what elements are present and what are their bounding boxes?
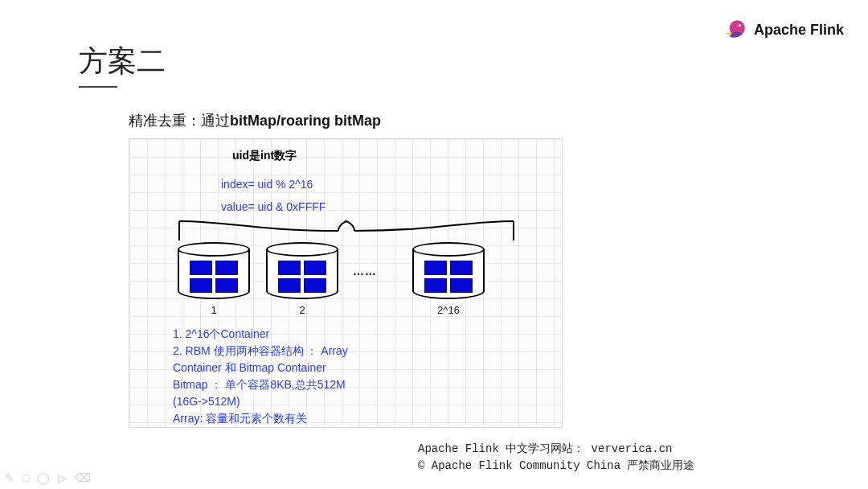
slide-title-block: 方案二: [79, 42, 166, 88]
pointer-icon[interactable]: ▷: [58, 471, 67, 484]
barrel-label-last: 2^16: [412, 304, 485, 316]
barrel-label-2: 2: [266, 304, 338, 316]
eraser-icon[interactable]: ⌫: [75, 471, 91, 484]
chip-icon: [190, 261, 212, 275]
note-line: 2. RBM 使用两种容器结构 ： Array: [173, 343, 518, 360]
title-underline: [79, 86, 117, 88]
chip-icon: [190, 278, 212, 293]
slide-title: 方案二: [79, 42, 166, 81]
note-line: Container 和 Bitmap Container: [173, 360, 518, 376]
chip-icon: [278, 278, 301, 293]
footer-line-1: Apache Flink 中文学习网站： ververica.cn: [418, 441, 694, 458]
value-formula: value= uid & 0xFFFF: [221, 200, 326, 213]
footer-line-2: © Apache Flink Community China 严禁商业用途: [418, 458, 694, 475]
svg-point-1: [739, 24, 741, 27]
chip-icon: [450, 278, 473, 293]
chip-icon: [278, 261, 301, 275]
slide-subtitle: 精准去重：通过bitMap/roaring bitMap: [129, 111, 381, 130]
note-line: Bitmap ： 单个容器8KB,总共512M: [173, 376, 518, 393]
chip-icon: [304, 278, 326, 293]
square-icon[interactable]: □: [23, 471, 29, 484]
container-barrel-2: 2: [266, 242, 338, 316]
brand-name: Apache Flink: [754, 22, 844, 39]
pen-icon[interactable]: ✎: [5, 471, 14, 484]
curly-brace-icon: [178, 220, 515, 244]
chip-icon: [424, 278, 447, 293]
container-barrel-1: 1: [178, 242, 250, 316]
chip-icon: [215, 278, 238, 293]
chip-icon: [450, 261, 473, 275]
ellipsis: ……: [353, 265, 377, 277]
mini-toolbar: ✎ □ ◯ ▷ ⌫: [5, 471, 91, 484]
barrel-label-1: 1: [178, 304, 250, 316]
barrel-body: [266, 249, 338, 299]
slide-footer: Apache Flink 中文学习网站： ververica.cn © Apac…: [418, 441, 694, 475]
chip-icon: [424, 261, 447, 275]
circle-icon[interactable]: ◯: [37, 471, 50, 484]
barrel-top: [412, 242, 485, 257]
note-line: Array: 容量和元素个数有关: [173, 410, 518, 427]
brand: Apache Flink: [720, 16, 844, 43]
subtitle-plain: 精准去重：通过: [129, 113, 230, 129]
diagram-panel: uid是int数字 index= uid % 2^16 value= uid &…: [129, 138, 563, 428]
barrel-top: [266, 242, 338, 257]
note-line: 1. 2^16个Container: [173, 326, 518, 343]
barrel-body: [178, 249, 250, 299]
chip-icon: [304, 261, 326, 275]
index-formula: index= uid % 2^16: [221, 178, 313, 191]
container-barrel-last: 2^16: [412, 242, 485, 316]
diagram-notes: 1. 2^16个Container 2. RBM 使用两种容器结构 ： Arra…: [173, 326, 518, 427]
flink-logo-icon: [720, 16, 747, 43]
note-line: (16G->512M): [173, 393, 518, 410]
subtitle-bold: bitMap/roaring bitMap: [230, 113, 381, 129]
uid-label: uid是int数字: [232, 149, 297, 163]
chip-icon: [215, 261, 238, 275]
barrel-top: [178, 242, 250, 257]
barrel-body: [412, 249, 485, 299]
